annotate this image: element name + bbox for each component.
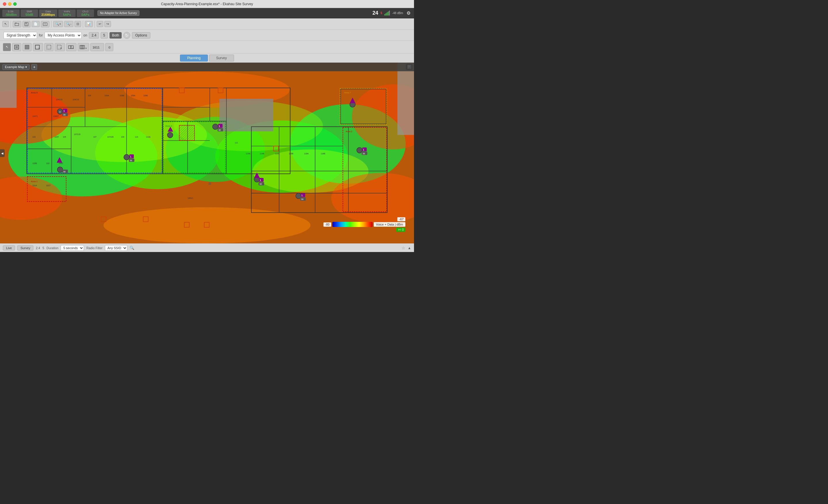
chart-button[interactable]: 📊: [85, 21, 93, 27]
svg-text:1: 1: [219, 125, 220, 128]
svg-rect-9: [25, 45, 29, 49]
ap-settings-icon: ⚙: [108, 45, 111, 50]
view-tabs: Planning Survey: [0, 53, 414, 63]
wall-tool-1-button[interactable]: [12, 43, 21, 51]
obstacle-tool-button[interactable]: ▾: [66, 43, 77, 51]
svg-text:1: 1: [63, 109, 65, 112]
import-export-button[interactable]: ⇑: [41, 21, 49, 27]
svg-rect-1: [15, 23, 19, 26]
freq-both-button[interactable]: Both: [110, 32, 122, 39]
area-icon: [46, 45, 51, 50]
on-label: on: [83, 33, 87, 37]
wall-icon-2: [25, 45, 30, 50]
planning-tab[interactable]: Planning: [180, 55, 208, 61]
search-bottom-button[interactable]: 🔍: [130, 246, 134, 250]
open-button[interactable]: [13, 21, 21, 27]
signal-number: 24: [373, 10, 378, 16]
for-label: for: [39, 33, 43, 37]
svg-point-120: [357, 147, 362, 153]
freq-5-button[interactable]: 5: [100, 32, 108, 39]
svg-marker-128: [254, 172, 260, 178]
wall-tool-2-button[interactable]: [23, 43, 32, 51]
svg-text:114B: 114B: [260, 152, 264, 154]
map-name-button[interactable]: Example Map ▾: [2, 64, 30, 70]
cho-stat: Ch.O 0APs: [77, 9, 94, 17]
svg-text:116B: 116B: [289, 152, 294, 154]
settings-gear-button[interactable]: ⚙: [405, 10, 412, 16]
svg-text:36: 36: [63, 113, 66, 116]
svg-text:107: 107: [93, 136, 97, 138]
freq-24-button[interactable]: 2.4: [89, 32, 99, 39]
ap-tool-settings-button[interactable]: ⚙: [105, 43, 113, 51]
survey-tab[interactable]: Survey: [209, 55, 234, 61]
collapse-up-button[interactable]: ▲: [408, 246, 411, 250]
wall-tool-3-button[interactable]: ▾: [33, 43, 43, 51]
fit-button[interactable]: ⊡: [75, 21, 81, 27]
bookmark-button[interactable]: ☆: [402, 246, 405, 250]
svg-text:101A: 101A: [32, 184, 37, 186]
cho-value: 0APs: [79, 13, 92, 16]
svg-text:103: 103: [32, 136, 36, 138]
minimize-button[interactable]: [8, 2, 11, 6]
wall-icon-3: ▾: [35, 45, 41, 50]
svg-text:108: 108: [121, 136, 124, 138]
svg-text:36: 36: [259, 183, 262, 185]
filter-bar: Signal Strength for My Access Points on …: [0, 30, 414, 41]
redo-button[interactable]: ↪: [105, 21, 111, 27]
zoom-in-button[interactable]: 🔍+: [53, 21, 63, 27]
aps-value: 5APs: [61, 13, 73, 16]
close-button[interactable]: [3, 2, 6, 6]
duration-select[interactable]: 5 seconds: [61, 245, 84, 251]
svg-point-112: [57, 167, 63, 172]
toolbar-separator-3: [83, 21, 83, 28]
aps-label: #APs: [61, 10, 73, 13]
area-tool-2-button[interactable]: ▾: [55, 43, 65, 51]
refresh-button[interactable]: ↻: [123, 32, 130, 39]
bottom-bar: Live Survey 2.4 5 Duration 5 seconds Rad…: [0, 243, 414, 252]
signal-type-select[interactable]: Signal Strength: [3, 32, 37, 39]
toolbar-separator-2: [51, 21, 51, 28]
ap-tool-button[interactable]: 1611: [90, 43, 104, 51]
svg-text:1611: 1611: [92, 46, 99, 49]
no-adapter-button[interactable]: No Adapter for Active Survey: [97, 10, 139, 16]
zone-tool-button[interactable]: ▾: [78, 43, 89, 51]
save-button[interactable]: [23, 21, 31, 27]
svg-rect-144: [184, 222, 189, 227]
duration-label: Duration: [47, 246, 59, 250]
undo-button[interactable]: ↩: [96, 21, 103, 27]
svg-text:36: 36: [218, 129, 221, 131]
legend-ge-container: >= 0: [396, 228, 405, 232]
svg-text:36: 36: [130, 159, 132, 162]
new-button[interactable]: 📄: [32, 21, 40, 27]
ap-icon: 1611: [92, 45, 102, 50]
svg-text:116A: 116A: [275, 152, 280, 154]
svg-text:108A: 108A: [105, 95, 109, 97]
obstacle-icon: ▾: [68, 45, 75, 50]
svg-text:104C/D: 104C/D: [73, 99, 79, 101]
legend-label: Voice + Data | dBm: [374, 222, 405, 227]
svg-text:106: 106: [88, 95, 91, 97]
dbm-value: -48 dBm: [392, 11, 403, 15]
svg-text:109B: 109B: [143, 95, 148, 97]
data-value: 216Mbps: [41, 13, 55, 16]
map-add-button[interactable]: +: [31, 64, 37, 70]
svg-text:107C/D: 107C/D: [74, 133, 81, 135]
area-tool-button[interactable]: [44, 43, 53, 51]
zoom-out-button[interactable]: 🔍-: [64, 21, 73, 27]
cursor-tool-button[interactable]: ↖: [2, 21, 9, 27]
left-collapse-arrow[interactable]: ◀: [0, 149, 5, 157]
maximize-button[interactable]: [13, 2, 17, 6]
svg-rect-140: [179, 125, 195, 140]
svg-rect-143: [143, 217, 148, 222]
svg-marker-139: [350, 98, 355, 103]
access-points-select[interactable]: My Access Points: [45, 32, 82, 39]
radio-filter-select[interactable]: Any SSID: [105, 245, 127, 251]
zone-icon: ▾: [80, 45, 87, 50]
options-button[interactable]: Options: [132, 32, 150, 39]
live-button[interactable]: Live: [3, 245, 15, 250]
select-tool-button[interactable]: ↖: [3, 43, 11, 51]
svg-text:36: 36: [301, 198, 303, 200]
legend-value-67: -67: [397, 217, 405, 221]
survey-bottom-button[interactable]: Survey: [17, 245, 33, 250]
snr-label: SNR: [23, 10, 36, 13]
